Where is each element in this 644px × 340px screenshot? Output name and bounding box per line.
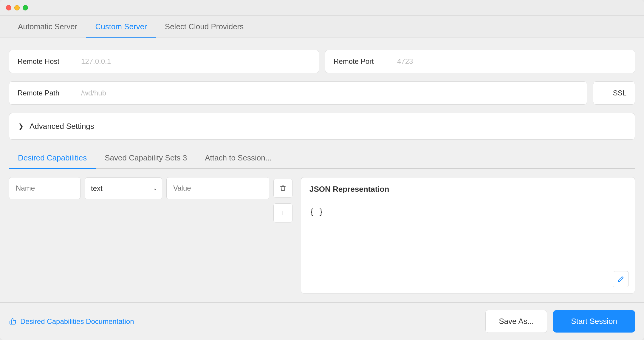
- json-representation-panel: JSON Representation { }: [301, 177, 635, 293]
- tab-cloud-providers[interactable]: Select Cloud Providers: [156, 16, 253, 38]
- remote-path-input[interactable]: [75, 82, 587, 104]
- traffic-lights: [6, 5, 28, 10]
- remote-port-field: Remote Port: [325, 50, 635, 73]
- capabilities-area: text boolean number object json_object ⌄: [9, 177, 635, 293]
- thumbs-up-icon: [9, 318, 17, 325]
- remote-host-field: Remote Host: [9, 50, 319, 73]
- chevron-right-icon: ❯: [18, 123, 24, 130]
- path-ssl-row: Remote Path SSL: [9, 81, 635, 105]
- advanced-settings-label: Advanced Settings: [30, 122, 94, 131]
- minimize-button[interactable]: [14, 5, 20, 10]
- remote-path-label: Remote Path: [9, 89, 75, 97]
- doc-link[interactable]: Desired Capabilities Documentation: [9, 317, 134, 326]
- doc-link-text: Desired Capabilities Documentation: [20, 317, 134, 326]
- ssl-checkbox[interactable]: [602, 90, 608, 96]
- ssl-label: SSL: [613, 89, 626, 97]
- remote-host-label: Remote Host: [9, 57, 75, 66]
- tab-saved-capability-sets[interactable]: Saved Capability Sets 3: [96, 148, 196, 169]
- footer: Desired Capabilities Documentation Save …: [0, 302, 644, 340]
- close-button[interactable]: [6, 5, 11, 10]
- ssl-field: SSL: [593, 81, 635, 105]
- save-as-button[interactable]: Save As...: [485, 310, 547, 333]
- server-tabs: Automatic Server Custom Server Select Cl…: [0, 16, 644, 38]
- add-capability-button[interactable]: +: [273, 203, 292, 222]
- capability-type-select[interactable]: text boolean number object json_object: [85, 177, 162, 199]
- start-session-button[interactable]: Start Session: [553, 310, 635, 333]
- json-header: JSON Representation: [301, 177, 635, 200]
- capability-type-wrapper: text boolean number object json_object ⌄: [85, 177, 162, 199]
- capability-row: text boolean number object json_object ⌄: [9, 177, 292, 199]
- capabilities-tabs: Desired Capabilities Saved Capability Se…: [9, 148, 635, 169]
- remote-path-field: Remote Path: [9, 81, 587, 105]
- json-body: { }: [301, 200, 635, 293]
- capability-name-input[interactable]: [9, 177, 80, 199]
- capabilities-inputs: text boolean number object json_object ⌄: [9, 177, 292, 293]
- remote-host-input[interactable]: [75, 50, 319, 73]
- delete-capability-button[interactable]: [273, 179, 292, 198]
- advanced-settings-toggle[interactable]: ❯ Advanced Settings: [9, 113, 635, 140]
- host-port-row: Remote Host Remote Port: [9, 50, 635, 73]
- tab-attach-to-session[interactable]: Attach to Session...: [196, 148, 281, 169]
- capability-value-input[interactable]: [166, 177, 269, 199]
- edit-json-button[interactable]: [613, 271, 629, 287]
- tab-desired-capabilities[interactable]: Desired Capabilities: [9, 148, 96, 169]
- tab-automatic-server[interactable]: Automatic Server: [9, 16, 86, 38]
- app-window: Automatic Server Custom Server Select Cl…: [0, 0, 644, 340]
- remote-port-input[interactable]: [391, 50, 635, 73]
- json-content: { }: [309, 207, 323, 216]
- footer-buttons: Save As... Start Session: [485, 310, 635, 333]
- tab-custom-server[interactable]: Custom Server: [86, 16, 156, 38]
- remote-port-label: Remote Port: [325, 57, 391, 66]
- plus-icon: +: [281, 208, 285, 218]
- title-bar: [0, 0, 644, 16]
- maximize-button[interactable]: [23, 5, 28, 10]
- main-content: Remote Host Remote Port Remote Path SSL …: [0, 38, 644, 302]
- add-capability-row: +: [9, 203, 292, 222]
